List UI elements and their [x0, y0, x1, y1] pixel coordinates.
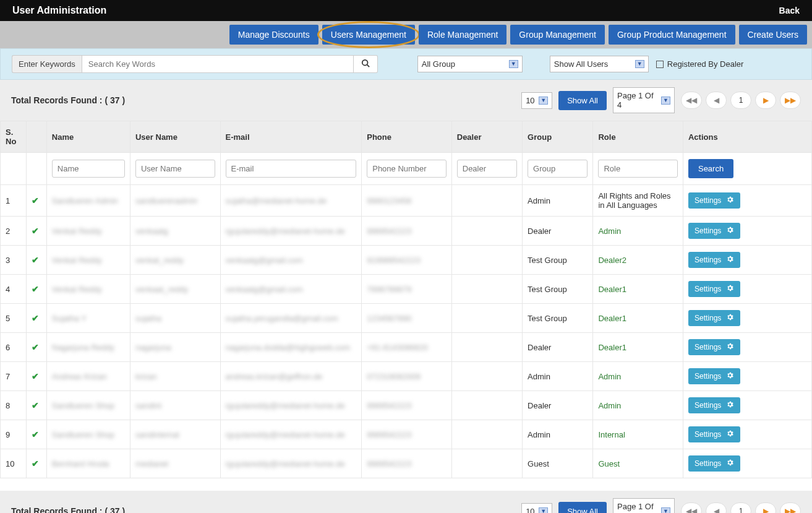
keyword-search-group: Enter Keywords — [12, 55, 378, 73]
chevron-down-icon: ▼ — [539, 507, 548, 514]
table-row: 6✔Nagarjuna Reddynagarjunanagarjuna.dodd… — [1, 333, 812, 362]
cell-status: ✔ — [26, 391, 46, 420]
toolbar-bottom: Total Records Found : ( 37 ) 10 ▼ Show A… — [0, 491, 812, 513]
cell-sno: 2 — [1, 217, 27, 246]
per-page-select-bottom[interactable]: 10 ▼ — [521, 503, 552, 514]
pager-last-button-bottom[interactable]: ▶▶ — [780, 502, 801, 513]
settings-label: Settings — [694, 459, 721, 468]
cell-group: Dealer — [523, 333, 593, 362]
gear-icon — [726, 342, 734, 352]
cell-actions: Settings — [683, 362, 811, 391]
cell-status: ✔ — [26, 304, 46, 333]
settings-button[interactable]: Settings — [688, 397, 740, 413]
cell-group: Test Group — [523, 304, 593, 333]
keyword-search-button[interactable] — [354, 55, 378, 73]
cell-status: ✔ — [26, 362, 46, 391]
cell-dealer — [451, 304, 522, 333]
settings-button[interactable]: Settings — [688, 281, 740, 297]
col-role: Role — [593, 121, 683, 153]
keyword-input[interactable] — [82, 55, 354, 73]
show-all-button[interactable]: Show All — [558, 91, 607, 110]
filter-name-input[interactable] — [52, 160, 125, 178]
checkmark-icon: ✔ — [32, 459, 39, 468]
cell-name: Sujatha Y — [46, 304, 130, 333]
right-icon: ▶ — [763, 507, 769, 513]
double-left-icon: ◀◀ — [686, 507, 697, 513]
cell-username: venkaat_reddy — [130, 275, 220, 304]
show-all-button-bottom[interactable]: Show All — [558, 502, 607, 514]
settings-button[interactable]: Settings — [688, 310, 740, 326]
cell-name: Venkat Reddy — [46, 246, 130, 275]
filter-dealer-input[interactable] — [457, 160, 517, 178]
settings-button[interactable]: Settings — [688, 192, 740, 209]
table-row: 8✔Sandtueren Shopsandintrgujulareddy@med… — [1, 391, 812, 420]
cell-email: sujatha.yerugandla@gmail.com — [220, 304, 362, 333]
cell-sno: 8 — [1, 391, 27, 420]
pager-current: 1 — [730, 92, 751, 109]
cell-username: medianet — [130, 449, 220, 478]
cell-status: ✔ — [26, 449, 46, 478]
settings-button[interactable]: Settings — [688, 455, 740, 472]
filter-phone-input[interactable] — [367, 160, 447, 178]
settings-button[interactable]: Settings — [688, 223, 740, 239]
tab-bar: Manage DiscountsUsers ManagementRole Man… — [0, 21, 812, 48]
cell-name: Venkat Reddy — [46, 275, 130, 304]
tab-manage-discounts[interactable]: Manage Discounts — [229, 25, 318, 45]
group-select[interactable]: All Group ▼ — [417, 56, 523, 72]
settings-button[interactable]: Settings — [688, 426, 740, 442]
gear-icon — [726, 255, 734, 265]
cell-role: Dealer1 — [593, 304, 683, 333]
cell-dealer — [451, 246, 522, 275]
tab-users-management[interactable]: Users Management — [322, 25, 415, 45]
settings-label: Settings — [694, 314, 721, 322]
records-count-bottom: Total Records Found : ( 37 ) — [11, 506, 125, 513]
cell-status: ✔ — [26, 420, 46, 449]
cell-role: Dealer2 — [593, 246, 683, 275]
cell-username: venkat_reddy — [130, 246, 220, 275]
settings-button[interactable]: Settings — [688, 252, 740, 268]
cell-actions: Settings — [683, 275, 811, 304]
filter-group-input[interactable] — [528, 160, 588, 178]
cell-sno: 7 — [1, 362, 27, 391]
pager-prev-button[interactable]: ◀ — [706, 92, 727, 109]
pager-prev-button-bottom[interactable]: ◀ — [706, 502, 727, 513]
cell-email: rgujulareddy@medianet-home.de — [220, 449, 362, 478]
per-page-select[interactable]: 10 ▼ — [521, 92, 552, 109]
tab-role-management[interactable]: Role Management — [419, 25, 506, 45]
cell-phone: 9989542223 — [362, 420, 452, 449]
gear-icon — [726, 313, 734, 323]
filter-uname-input[interactable] — [135, 160, 215, 178]
cell-email: venkaatg@gmail.com — [220, 246, 362, 275]
cell-sno: 9 — [1, 420, 27, 449]
filter-email-input[interactable] — [226, 160, 357, 178]
gear-icon — [726, 400, 734, 410]
back-link[interactable]: Back — [779, 6, 800, 15]
registered-by-dealer-checkbox[interactable]: Registered By Dealer — [656, 59, 744, 69]
pager-first-button[interactable]: ◀◀ — [681, 92, 702, 109]
page-select[interactable]: Page 1 Of 4 ▼ — [613, 87, 675, 113]
pager-first-button-bottom[interactable]: ◀◀ — [681, 502, 702, 513]
pager-current-bottom: 1 — [730, 502, 751, 513]
cell-email: rgujulareddy@medianet-home.de — [220, 391, 362, 420]
cell-username: sujatha — [130, 304, 220, 333]
tab-create-users[interactable]: Create Users — [739, 25, 807, 45]
cell-role: Internal — [593, 420, 683, 449]
settings-button[interactable]: Settings — [688, 368, 740, 384]
cell-name: Sandtueren Admin — [46, 185, 130, 217]
cell-actions: Settings — [683, 333, 811, 362]
page-select-bottom[interactable]: Page 1 Of 4 ▼ — [613, 498, 675, 513]
settings-button[interactable]: Settings — [688, 339, 740, 355]
cell-sno: 10 — [1, 449, 27, 478]
cell-role: Admin — [593, 362, 683, 391]
pager-next-button[interactable]: ▶ — [755, 92, 776, 109]
users-select[interactable]: Show All Users ▼ — [550, 56, 649, 72]
tab-group-product-management[interactable]: Group Product Management — [609, 25, 735, 45]
pager-next-button-bottom[interactable]: ▶ — [755, 502, 776, 513]
filter-search-button[interactable]: Search — [688, 159, 733, 178]
filter-role-input[interactable] — [598, 160, 678, 178]
cell-actions: Settings — [683, 391, 811, 420]
checkmark-icon: ✔ — [32, 255, 39, 265]
tab-group-management[interactable]: Group Management — [510, 25, 605, 45]
pager-last-button[interactable]: ▶▶ — [780, 92, 801, 109]
double-right-icon: ▶▶ — [785, 96, 796, 105]
